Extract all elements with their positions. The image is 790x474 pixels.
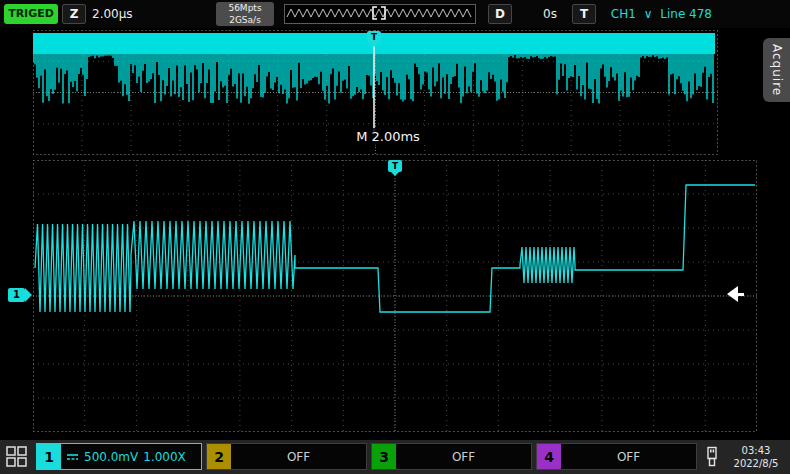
channel2-status-box[interactable]: 2 OFF xyxy=(206,443,367,470)
tab-acquire-label: Acquire xyxy=(770,44,784,96)
channel2-number: 2 xyxy=(207,444,231,469)
channel1-settings: 500.0mV 1.000X xyxy=(66,450,186,464)
channel1-position-marker[interactable]: 1 xyxy=(8,288,32,302)
trigger-level-arrow-icon xyxy=(727,286,738,302)
channel2-off-label: OFF xyxy=(231,450,366,464)
trigger-info: CH1 ∨ Line 478 xyxy=(596,4,712,24)
record-position-indicator[interactable] xyxy=(284,4,476,24)
channel3-off-label: OFF xyxy=(396,450,531,464)
trigger-button[interactable]: T xyxy=(572,4,596,24)
channel1-probe: 1.000X xyxy=(143,450,186,464)
channel3-number: 3 xyxy=(372,444,396,469)
trigger-level-marker[interactable] xyxy=(727,286,744,302)
trigger-slope-icon: ∨ xyxy=(644,7,653,21)
channel1-number: 1 xyxy=(37,444,61,469)
usb-icon xyxy=(704,446,720,468)
channel3-status-box[interactable]: 3 OFF xyxy=(371,443,532,470)
time-value: 03:43 xyxy=(726,444,786,457)
trigger-level-arrow-tail xyxy=(738,293,744,296)
channel1-waveform xyxy=(33,160,757,432)
horizontal-offset-value: 0s xyxy=(520,4,580,24)
trigger-position-marker[interactable]: T xyxy=(388,160,402,172)
channel4-number: 4 xyxy=(537,444,561,469)
zoom-window-position-marker[interactable]: T xyxy=(367,31,381,43)
menu-grid-icon[interactable] xyxy=(5,445,29,469)
oscilloscope-screen: TRIGED Z 2.00µs 56Mpts 2GSa/s D 0s T CH1… xyxy=(0,0,790,474)
sample-rate-value: 2GSa/s xyxy=(216,14,274,26)
status-bar: TRIGED Z 2.00µs 56Mpts 2GSa/s D 0s T CH1… xyxy=(0,0,790,28)
zoom-button[interactable]: Z xyxy=(62,4,86,24)
channel1-marker-label: 1 xyxy=(8,288,25,302)
trigger-source-label: CH1 xyxy=(611,7,636,21)
channel1-status-box[interactable]: 1 500.0mV 1.000X xyxy=(36,443,202,470)
channel1-scale: 500.0mV xyxy=(84,450,138,464)
delay-button[interactable]: D xyxy=(488,4,512,24)
date-value: 2022/8/5 xyxy=(726,457,786,470)
acquisition-info-box: 56Mpts 2GSa/s xyxy=(216,2,274,26)
channel-status-bar: 1 500.0mV 1.000X 2 OFF 3 OFF 4 OFF xyxy=(0,440,790,474)
zoom-timebase-value: 2.00µs xyxy=(92,4,133,24)
trigger-detail-label: Line 478 xyxy=(660,7,712,21)
dc-coupling-icon xyxy=(66,452,79,462)
record-waveform-icon xyxy=(285,5,473,21)
clock: 03:43 2022/8/5 xyxy=(726,444,786,470)
channel1-marker-arrow-icon xyxy=(25,288,32,302)
memory-depth-value: 56Mpts xyxy=(216,2,274,14)
channel4-status-box[interactable]: 4 OFF xyxy=(536,443,697,470)
trigger-status-badge: TRIGED xyxy=(4,4,58,24)
main-graticule: T xyxy=(33,160,757,432)
channel4-off-label: OFF xyxy=(561,450,696,464)
main-timebase-label: M 2.00ms xyxy=(351,128,425,145)
tab-acquire[interactable]: Acquire xyxy=(763,38,790,102)
zoom-overview-graticule: T M 2.00ms xyxy=(33,30,718,155)
